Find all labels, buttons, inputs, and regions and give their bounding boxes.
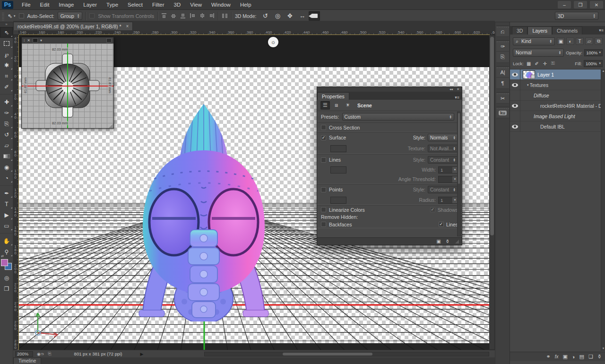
vertical-scrollbar-thumb[interactable]	[490, 37, 494, 235]
panel-tab-channels[interactable]: Channels	[552, 26, 582, 35]
surface-texture-swatch[interactable]	[330, 145, 346, 152]
secondary-view-close-icon[interactable]: ✕	[27, 38, 30, 43]
distribute-icon[interactable]	[222, 13, 228, 19]
properties-tab[interactable]: Properties	[317, 92, 349, 100]
3d-slide-mode-icon[interactable]: ↔	[296, 11, 308, 21]
points-style-dropdown[interactable]: Constant▲▼	[428, 186, 458, 193]
kind-filter-dropdown[interactable]: ⌕ Kind ▲▼	[513, 37, 555, 45]
view-menu-caret-icon[interactable]: ▾	[40, 38, 42, 43]
clone-stamp-tool[interactable]: ⎘	[0, 118, 13, 129]
minimize-button[interactable]: –	[558, 1, 571, 9]
brush-panel-icon[interactable]: ✑	[496, 40, 509, 52]
panel-tab-3d[interactable]: 3D	[512, 26, 527, 35]
layer-row-rocketretro49r-material-defa-[interactable]: rocketRetro49R Material - Defa...	[510, 101, 605, 111]
presets-dropdown[interactable]: Custom▲▼	[342, 113, 454, 121]
horizontal-scrollbar[interactable]	[204, 352, 489, 356]
menu-image[interactable]: Image	[54, 0, 78, 9]
shadows-checkbox[interactable]	[430, 207, 435, 212]
3d-drag-mode-icon[interactable]: ✥	[284, 11, 295, 21]
document-tab[interactable]: rocketRetro49R.stl @ 200% (Layer 1, RGB/…	[13, 22, 133, 30]
filter-smart-objects-icon[interactable]: ⧉	[595, 37, 603, 45]
panel-tab-layers[interactable]: Layers	[527, 26, 552, 35]
lock-position-icon[interactable]: ✛	[542, 60, 548, 67]
lock-transparency-icon[interactable]: ▦	[526, 60, 532, 67]
fill-field[interactable]: 100%▾	[584, 60, 603, 67]
close-panel-icon[interactable]: ✕	[457, 87, 459, 91]
layer-row-layer-1[interactable]: ◇Layer 1	[510, 69, 605, 80]
magic-wand-tool[interactable]: ✱	[0, 60, 13, 70]
clone-source-panel-icon[interactable]: ⎘	[496, 52, 509, 63]
filter-adjustment-layers-icon[interactable]: ◐	[566, 37, 574, 45]
align-left-edges-icon[interactable]	[190, 13, 196, 19]
show-transform-checkbox[interactable]	[89, 13, 95, 18]
menu-3d[interactable]: 3D	[169, 0, 186, 9]
menu-view[interactable]: View	[185, 0, 207, 9]
vertical-scrollbar[interactable]	[489, 35, 495, 350]
close-button[interactable]: ✕	[590, 1, 603, 9]
menu-help[interactable]: Help	[235, 0, 256, 9]
healing-brush-tool[interactable]: ✚	[0, 96, 13, 107]
kuler-panel-icon[interactable]: ku	[496, 107, 509, 118]
new-layer-icon[interactable]: ❏	[588, 354, 593, 360]
timeline-tab[interactable]: Timeline	[13, 357, 41, 364]
dodge-tool[interactable]: ◔	[0, 173, 13, 183]
group-dropdown[interactable]: Group▲▼	[58, 12, 83, 20]
angle-threshold-field[interactable]: ▼	[438, 176, 458, 183]
delete-icon[interactable]: ⚱	[446, 239, 449, 244]
status-arrow-icon[interactable]: ▶	[140, 352, 144, 356]
layer-row-textures[interactable]: ▾Textures	[510, 80, 605, 90]
restore-button[interactable]: ❐	[574, 1, 587, 9]
share-icon[interactable]: ⎘	[48, 351, 51, 356]
visibility-eye-icon[interactable]	[510, 121, 520, 132]
blur-tool[interactable]: ◉	[0, 162, 13, 173]
layer-group-icon[interactable]: ▤	[579, 354, 584, 360]
image-based-light-widget[interactable]: ☼	[268, 37, 278, 47]
visibility-empty[interactable]	[510, 90, 520, 101]
collapse-panel-icon[interactable]: ◂◂	[449, 87, 453, 91]
panel-resize-grip[interactable]	[455, 240, 459, 243]
cross-section-checkbox[interactable]	[321, 125, 326, 130]
eraser-tool[interactable]: ▱	[0, 140, 13, 151]
crop-tool[interactable]: ⌗	[0, 70, 13, 81]
lock-pixels-icon[interactable]: ✐	[534, 60, 540, 67]
layer-row-default-ibl[interactable]: Default IBL	[510, 121, 605, 132]
render-icon[interactable]: ▣	[436, 239, 441, 244]
pen-tool[interactable]: ✒	[0, 188, 13, 199]
3d-rotate-mode-icon[interactable]: ↺	[259, 11, 271, 21]
vertical-ruler[interactable]: 4020020406080100120140160180200220240260…	[13, 35, 19, 350]
lines-checkbox[interactable]	[321, 157, 326, 163]
ruler-origin-corner[interactable]	[13, 30, 19, 35]
brush-tool[interactable]: ✑	[0, 107, 13, 118]
align-right-edges-icon[interactable]	[208, 13, 215, 19]
points-checkbox[interactable]	[321, 187, 326, 192]
scroll-down-icon[interactable]: ▼	[601, 347, 605, 351]
foreground-color-swatch[interactable]	[1, 259, 8, 266]
menu-filter[interactable]: Filter	[147, 0, 169, 9]
tool-presets-panel-icon[interactable]: ✂	[496, 92, 509, 104]
eyedropper-tool[interactable]: ✐	[0, 81, 13, 92]
radius-field[interactable]: 1▼	[438, 197, 458, 204]
adjustment-layer-icon[interactable]: ◑	[572, 354, 575, 360]
disclosure-icon[interactable]: ▾	[527, 83, 529, 87]
panel-menu-icon[interactable]: ▾≡	[455, 95, 459, 100]
backfaces-checkbox[interactable]	[321, 222, 326, 227]
marquee-tool[interactable]	[0, 38, 13, 49]
filter-shape-layers-icon[interactable]: ▱	[585, 37, 593, 45]
layer-style-icon[interactable]: fx	[555, 354, 559, 359]
screen-mode-button[interactable]: ❐	[0, 283, 13, 294]
zoom-level-field[interactable]: 200%	[15, 351, 33, 357]
type-tool[interactable]: T	[0, 199, 13, 209]
character-panel-icon[interactable]: A|	[496, 66, 509, 78]
lines-style-dropdown[interactable]: Constant▲▼	[428, 156, 458, 164]
swap-colors-icon[interactable]: ⇄	[1, 254, 4, 258]
3d-roll-mode-icon[interactable]: ◎	[272, 11, 283, 21]
layer-row-diffuse[interactable]: Diffuse	[510, 90, 605, 101]
width-field[interactable]: 1▼	[438, 166, 458, 173]
toolbar-collapse-icon[interactable]: »	[0, 22, 13, 27]
history-panel-icon[interactable]: ⎌	[496, 26, 509, 37]
menu-layer[interactable]: Layer	[78, 0, 102, 9]
visibility-eye-icon[interactable]	[510, 101, 520, 111]
surface-checkbox[interactable]	[321, 135, 326, 140]
surface-style-dropdown[interactable]: Normals▲▼	[428, 134, 458, 141]
hidden-lines-checkbox[interactable]	[439, 222, 444, 227]
